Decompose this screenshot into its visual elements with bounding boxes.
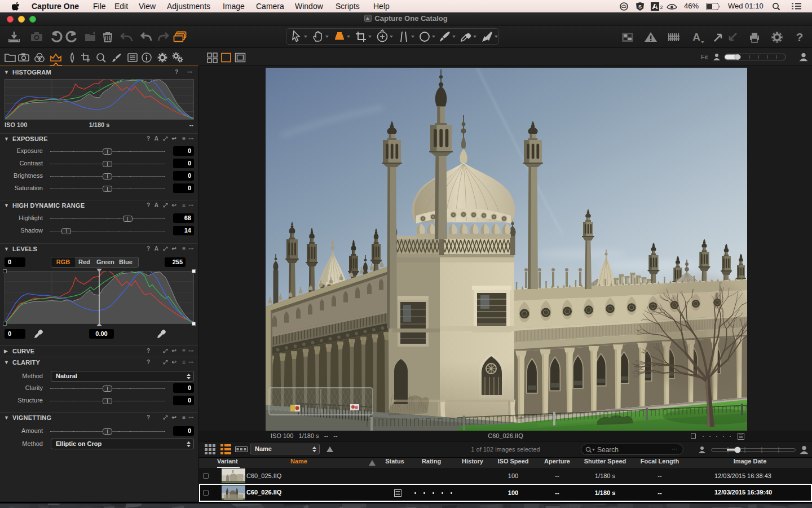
svg-text:2: 2 — [660, 5, 663, 10]
svg-text:S: S — [638, 4, 642, 10]
svg-text:A: A — [692, 31, 700, 43]
svg-text:?: ? — [796, 30, 804, 43]
